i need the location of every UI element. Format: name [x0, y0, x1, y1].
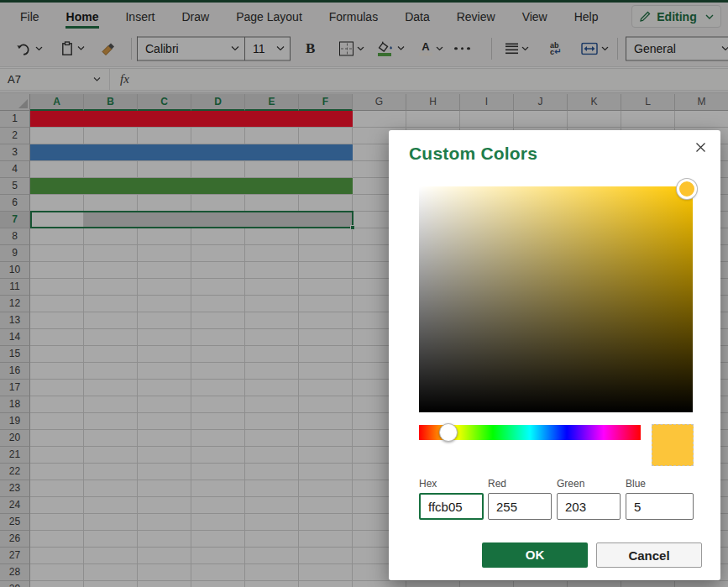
close-icon[interactable] [692, 139, 709, 155]
hue-slider[interactable] [419, 425, 641, 440]
blue-input[interactable]: 5 [626, 493, 694, 520]
saturation-value-picker[interactable] [419, 186, 693, 412]
green-input[interactable]: 203 [557, 493, 621, 520]
dialog-title: Custom Colors [409, 144, 537, 164]
hex-label: Hex [419, 478, 437, 490]
hue-slider-handle[interactable] [439, 423, 458, 442]
red-label: Red [488, 478, 506, 490]
hex-input[interactable]: ffcb05 [419, 493, 484, 520]
cancel-button[interactable]: Cancel [596, 542, 702, 568]
color-preview-swatch [652, 424, 694, 466]
red-input[interactable]: 255 [488, 493, 552, 520]
green-label: Green [557, 478, 584, 490]
ok-button[interactable]: OK [482, 542, 588, 568]
sv-picker-handle[interactable] [677, 179, 697, 199]
custom-colors-dialog: Custom Colors Hex Red Green Blue ffcb05 … [389, 130, 720, 580]
excel-app: FileHomeInsertDrawPage LayoutFormulasDat… [0, 0, 728, 587]
blue-label: Blue [626, 478, 646, 490]
